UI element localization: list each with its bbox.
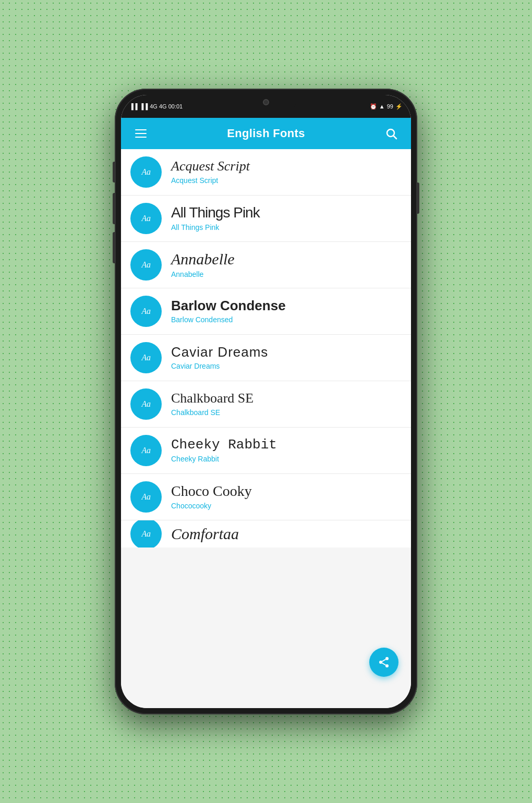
svg-point-4: [385, 664, 389, 667]
phone-screen: ▐▐ ▐▐ 4G 4G 00:01 ⏰ ▲ 99 ⚡: [121, 95, 411, 708]
search-icon: [385, 127, 397, 140]
signal-icon-2: ▐▐: [140, 103, 148, 110]
font-preview-text: Acquest Script: [171, 160, 250, 173]
battery-icon: ⚡: [395, 103, 403, 110]
font-info: Cheeky RabbitCheeky Rabbit: [171, 438, 277, 463]
font-avatar: Aa: [130, 203, 162, 234]
status-left: ▐▐ ▐▐ 4G 4G 00:01: [129, 103, 183, 110]
share-fab[interactable]: [369, 648, 398, 677]
status-bar: ▐▐ ▐▐ 4G 4G 00:01 ⏰ ▲ 99 ⚡: [121, 95, 411, 118]
wifi-icon: ▲: [379, 103, 385, 110]
font-preview-text: All Things Pink: [171, 205, 260, 220]
font-name-label: Chalkboard SE: [171, 408, 253, 417]
font-avatar: Aa: [130, 520, 162, 548]
font-info: Comfortaa: [171, 526, 239, 542]
font-preview-text: Choco Cooky: [171, 484, 252, 498]
camera: [263, 99, 269, 105]
svg-line-6: [382, 660, 386, 662]
font-info: AnnabelleAnnabelle: [171, 251, 235, 278]
font-avatar: Aa: [130, 156, 162, 188]
font-info: Barlow CondenseBarlow Condensed: [171, 299, 286, 324]
signal-icon: ▐▐: [129, 103, 138, 110]
font-name-label: Barlow Condensed: [171, 315, 286, 324]
font-avatar: Aa: [130, 481, 162, 513]
svg-line-5: [382, 663, 386, 665]
font-avatar: Aa: [130, 342, 162, 373]
font-avatar: Aa: [130, 249, 162, 281]
font-name-label: Caviar Dreams: [171, 362, 268, 370]
font-avatar: Aa: [130, 296, 162, 327]
notch: [235, 95, 297, 110]
font-name-label: Chococooky: [171, 502, 252, 510]
font-info: Chalkboard SEChalkboard SE: [171, 392, 253, 417]
time-display: 4G 4G 00:01: [150, 103, 183, 110]
font-list-item[interactable]: AaComfortaa: [121, 520, 411, 548]
app-bar: English Fonts: [121, 118, 411, 149]
hamburger-icon: [135, 129, 147, 138]
font-list-item[interactable]: AaCaviar DreamsCaviar Dreams: [121, 335, 411, 381]
volume-down-button: [113, 193, 115, 224]
search-button[interactable]: [382, 124, 401, 143]
menu-button[interactable]: [131, 124, 150, 143]
font-list: AaAcquest ScriptAcquest ScriptAaAll Thin…: [121, 149, 411, 708]
font-preview-text: Caviar Dreams: [171, 345, 268, 359]
font-list-item[interactable]: AaCheeky RabbitCheeky Rabbit: [121, 428, 411, 474]
font-preview-text: Comfortaa: [171, 526, 239, 542]
alarm-icon: ⏰: [370, 103, 377, 110]
status-right: ⏰ ▲ 99 ⚡: [370, 103, 403, 110]
font-preview-text: Barlow Condense: [171, 299, 286, 312]
svg-line-1: [394, 136, 397, 139]
font-list-item[interactable]: AaAcquest ScriptAcquest Script: [121, 149, 411, 196]
font-name-label: Acquest Script: [171, 176, 250, 185]
battery-level: 99: [387, 103, 393, 110]
volume-up-button: [113, 162, 115, 182]
font-name-label: Cheeky Rabbit: [171, 455, 277, 463]
font-preview-text: Chalkboard SE: [171, 392, 253, 405]
font-list-item[interactable]: AaAll Things PinkAll Things Pink: [121, 196, 411, 242]
font-info: Choco CookyChococooky: [171, 484, 252, 510]
font-avatar: Aa: [130, 435, 162, 466]
share-icon: [378, 656, 390, 668]
font-list-item[interactable]: AaAnnabelleAnnabelle: [121, 242, 411, 288]
svg-point-3: [379, 661, 382, 664]
font-list-item[interactable]: AaBarlow CondenseBarlow Condensed: [121, 288, 411, 335]
power-button: [417, 182, 419, 214]
font-avatar: Aa: [130, 388, 162, 420]
font-name-label: Annabelle: [171, 270, 235, 278]
font-name-label: All Things Pink: [171, 223, 260, 232]
font-info: All Things PinkAll Things Pink: [171, 205, 260, 232]
font-info: Caviar DreamsCaviar Dreams: [171, 345, 268, 370]
font-list-item[interactable]: AaChalkboard SEChalkboard SE: [121, 381, 411, 428]
font-list-item[interactable]: AaChoco CookyChococooky: [121, 474, 411, 520]
app-title: English Fonts: [227, 127, 305, 140]
font-preview-text: Annabelle: [171, 251, 235, 267]
phone-device: ▐▐ ▐▐ 4G 4G 00:01 ⏰ ▲ 99 ⚡: [115, 89, 417, 714]
extra-left-button: [113, 232, 115, 263]
svg-point-2: [385, 657, 389, 660]
font-info: Acquest ScriptAcquest Script: [171, 160, 250, 185]
font-preview-text: Cheeky Rabbit: [171, 438, 277, 452]
